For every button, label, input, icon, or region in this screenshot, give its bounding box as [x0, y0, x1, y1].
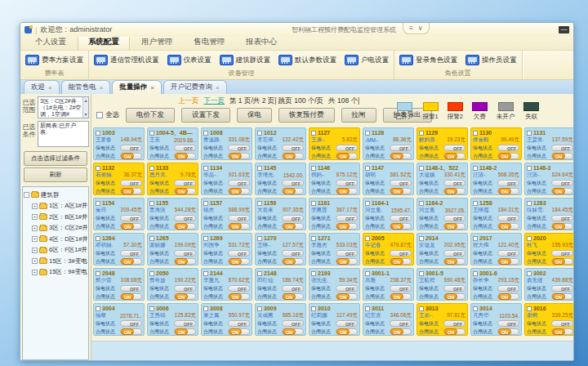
action-button[interactable]: 电价下发	[126, 108, 175, 123]
scroll-up-icon[interactable]: ▲	[83, 97, 88, 104]
power-protect-toggle[interactable]: OFF	[336, 180, 358, 186]
switch-state-toggle[interactable]: ON	[282, 328, 304, 335]
power-protect-toggle[interactable]: OFF	[497, 215, 519, 221]
switch-state-toggle[interactable]: ON	[497, 188, 519, 194]
room-checkbox[interactable]	[365, 201, 370, 206]
ribbon-button[interactable]: 通信管理机设置	[94, 55, 159, 65]
room-checkbox[interactable]	[527, 131, 532, 136]
switch-state-toggle[interactable]: ON	[174, 223, 196, 230]
power-protect-toggle[interactable]: OFF	[336, 250, 358, 257]
ribbon-button[interactable]: 费率方案设置	[25, 55, 83, 65]
room-checkbox[interactable]	[149, 166, 154, 171]
power-protect-toggle[interactable]: OFF	[336, 285, 358, 292]
switch-state-toggle[interactable]: ON	[336, 328, 358, 335]
power-protect-toggle[interactable]: OFF	[551, 320, 573, 327]
menu-tab[interactable]: 用户管理	[131, 35, 182, 50]
ribbon-button[interactable]: 建筑群设置	[220, 55, 271, 65]
power-protect-toggle[interactable]: OFF	[443, 145, 466, 151]
switch-state-toggle[interactable]: ON	[120, 258, 142, 265]
power-protect-toggle[interactable]: OFF	[120, 180, 142, 186]
room-checkbox[interactable]	[149, 201, 154, 206]
power-protect-toggle[interactable]: OFF	[120, 285, 142, 292]
selected-condition-listbox[interactable]: 新网表:已开户 表.	[38, 121, 89, 147]
room-checkbox[interactable]	[419, 166, 424, 171]
menu-tab[interactable]: 售电管理	[184, 35, 234, 50]
action-button[interactable]: 设置下发	[181, 108, 230, 123]
power-protect-toggle[interactable]: OFF	[282, 145, 304, 151]
switch-state-toggle[interactable]: ON	[336, 153, 358, 159]
tree-expander-icon[interactable]: -	[24, 192, 29, 198]
switch-state-toggle[interactable]: ON	[174, 188, 196, 194]
switch-state-toggle[interactable]: ON	[551, 258, 573, 265]
menu-tab[interactable]: 个人设置	[25, 35, 76, 50]
power-protect-toggle[interactable]: OFF	[228, 215, 250, 221]
power-protect-toggle[interactable]: OFF	[551, 215, 573, 221]
room-checkbox[interactable]	[365, 306, 370, 311]
ribbon-button[interactable]: 户电设置	[345, 55, 389, 65]
switch-state-toggle[interactable]: ON	[120, 328, 142, 335]
power-protect-toggle[interactable]: OFF	[390, 320, 412, 327]
tree-expander-icon[interactable]: +	[32, 270, 38, 275]
tree-item[interactable]: +2区：B区1#井(B区1	[24, 212, 87, 223]
close-icon[interactable]: ×	[150, 84, 154, 92]
switch-state-toggle[interactable]: ON	[120, 223, 142, 230]
room-checkbox[interactable]	[527, 271, 532, 276]
switch-state-toggle[interactable]: ON	[228, 153, 250, 159]
next-page-link[interactable]: 下一页	[204, 96, 225, 106]
power-protect-toggle[interactable]: OFF	[336, 145, 358, 151]
room-checkbox[interactable]	[473, 236, 478, 241]
power-protect-toggle[interactable]: OFF	[174, 215, 196, 221]
power-protect-toggle[interactable]: OFF	[282, 180, 304, 186]
quick-access-icon[interactable]: ≡	[409, 25, 413, 32]
power-protect-toggle[interactable]: OFF	[497, 145, 519, 151]
switch-state-toggle[interactable]: ON	[228, 223, 250, 230]
room-checkbox[interactable]	[365, 236, 370, 241]
menu-tab[interactable]: 报表中心	[236, 35, 287, 50]
power-protect-toggle[interactable]: OFF	[497, 285, 519, 292]
power-protect-toggle[interactable]: OFF	[443, 285, 466, 292]
power-protect-toggle[interactable]: OFF	[282, 285, 304, 292]
switch-state-toggle[interactable]: ON	[228, 258, 250, 265]
switch-state-toggle[interactable]: ON	[497, 223, 519, 230]
document-tab[interactable]: 开户记费查询×	[163, 80, 227, 94]
room-checkbox[interactable]	[527, 236, 532, 241]
power-protect-toggle[interactable]: OFF	[282, 215, 304, 221]
filter-select-button[interactable]: 点击选择过滤条件	[24, 151, 87, 166]
room-checkbox[interactable]	[257, 236, 262, 241]
power-protect-toggle[interactable]: OFF	[336, 215, 358, 221]
switch-state-toggle[interactable]: ON	[497, 328, 519, 335]
switch-state-toggle[interactable]: ON	[551, 153, 573, 159]
room-checkbox[interactable]	[365, 131, 370, 136]
room-checkbox[interactable]	[203, 201, 208, 206]
switch-state-toggle[interactable]: ON	[120, 188, 142, 194]
room-checkbox[interactable]	[311, 236, 316, 241]
room-checkbox[interactable]	[203, 271, 208, 276]
switch-state-toggle[interactable]: ON	[390, 328, 412, 335]
tree-expander-icon[interactable]: +	[32, 214, 38, 220]
room-checkbox[interactable]	[96, 131, 100, 136]
switch-state-toggle[interactable]: ON	[174, 293, 196, 300]
close-icon[interactable]: ×	[48, 84, 52, 92]
switch-state-toggle[interactable]: ON	[497, 258, 519, 265]
room-checkbox[interactable]	[527, 306, 532, 311]
switch-state-toggle[interactable]: ON	[551, 293, 573, 300]
room-checkbox[interactable]	[149, 306, 154, 311]
switch-state-toggle[interactable]: ON	[228, 328, 250, 335]
document-tab[interactable]: 欢迎×	[24, 80, 60, 94]
switch-state-toggle[interactable]: ON	[174, 153, 196, 159]
tree-expander-icon[interactable]: +	[32, 248, 38, 253]
switch-state-toggle[interactable]: ON	[228, 188, 250, 194]
switch-state-toggle[interactable]: ON	[390, 188, 412, 194]
document-tab[interactable]: 批量操作×	[112, 80, 162, 94]
power-protect-toggle[interactable]: OFF	[228, 285, 250, 292]
room-checkbox[interactable]	[473, 271, 478, 276]
switch-state-toggle[interactable]: ON	[443, 293, 466, 300]
room-checkbox[interactable]	[419, 306, 424, 311]
power-protect-toggle[interactable]: OFF	[443, 215, 466, 221]
tree-item[interactable]: +6区：F区1#井（F区	[24, 245, 87, 257]
room-checkbox[interactable]	[473, 201, 478, 206]
room-checkbox[interactable]	[149, 236, 154, 241]
power-protect-toggle[interactable]: OFF	[120, 250, 142, 257]
room-checkbox[interactable]	[149, 271, 154, 276]
tree-expander-icon[interactable]: +	[32, 236, 38, 242]
